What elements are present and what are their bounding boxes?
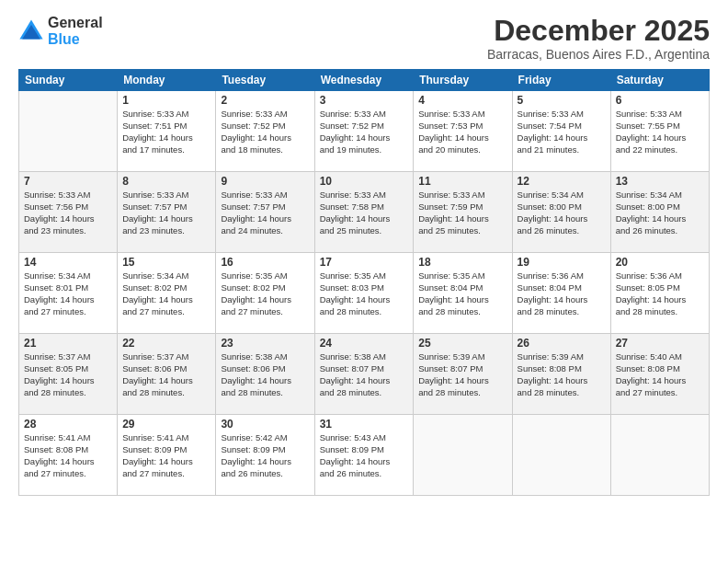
calendar-cell: 21Sunrise: 5:37 AMSunset: 8:05 PMDayligh… <box>19 334 118 415</box>
calendar-cell: 8Sunrise: 5:33 AMSunset: 7:57 PMDaylight… <box>118 172 216 253</box>
calendar-cell: 4Sunrise: 5:33 AMSunset: 7:53 PMDaylight… <box>414 91 512 172</box>
calendar-week-row: 21Sunrise: 5:37 AMSunset: 8:05 PMDayligh… <box>19 334 710 415</box>
calendar-cell <box>512 415 610 496</box>
day-info: Sunrise: 5:36 AMSunset: 8:04 PMDaylight:… <box>518 270 606 317</box>
day-number: 18 <box>418 256 506 269</box>
calendar-cell: 11Sunrise: 5:33 AMSunset: 7:59 PMDayligh… <box>414 172 512 253</box>
day-number: 17 <box>320 256 409 269</box>
day-info: Sunrise: 5:36 AMSunset: 8:05 PMDaylight:… <box>616 270 704 317</box>
header-thursday: Thursday <box>414 70 512 91</box>
day-number: 24 <box>320 337 409 350</box>
header-sunday: Sunday <box>19 70 118 91</box>
day-info: Sunrise: 5:37 AMSunset: 8:05 PMDaylight:… <box>24 351 112 398</box>
header-saturday: Saturday <box>610 70 709 91</box>
header-wednesday: Wednesday <box>314 70 414 91</box>
calendar-cell: 28Sunrise: 5:41 AMSunset: 8:08 PMDayligh… <box>19 415 118 496</box>
calendar-cell: 17Sunrise: 5:35 AMSunset: 8:03 PMDayligh… <box>314 253 414 334</box>
calendar-cell: 24Sunrise: 5:38 AMSunset: 8:07 PMDayligh… <box>314 334 414 415</box>
page-header: General Blue December 2025 Barracas, Bue… <box>18 15 710 62</box>
header-friday: Friday <box>512 70 610 91</box>
logo: General Blue <box>18 15 103 47</box>
calendar-cell: 10Sunrise: 5:33 AMSunset: 7:58 PMDayligh… <box>314 172 414 253</box>
day-number: 5 <box>518 94 606 107</box>
calendar-week-row: 28Sunrise: 5:41 AMSunset: 8:08 PMDayligh… <box>19 415 710 496</box>
calendar-cell: 29Sunrise: 5:41 AMSunset: 8:09 PMDayligh… <box>118 415 216 496</box>
day-number: 21 <box>24 337 112 350</box>
day-number: 14 <box>24 256 112 269</box>
calendar-cell <box>19 91 118 172</box>
calendar-cell: 26Sunrise: 5:39 AMSunset: 8:08 PMDayligh… <box>512 334 610 415</box>
day-number: 25 <box>418 337 506 350</box>
day-info: Sunrise: 5:40 AMSunset: 8:08 PMDaylight:… <box>616 351 704 398</box>
location: Barracas, Buenos Aires F.D., Argentina <box>487 47 710 62</box>
day-info: Sunrise: 5:34 AMSunset: 8:02 PMDaylight:… <box>122 270 210 317</box>
calendar-cell: 1Sunrise: 5:33 AMSunset: 7:51 PMDaylight… <box>118 91 216 172</box>
day-info: Sunrise: 5:35 AMSunset: 8:04 PMDaylight:… <box>418 270 506 317</box>
day-info: Sunrise: 5:33 AMSunset: 7:52 PMDaylight:… <box>320 109 409 155</box>
calendar-cell: 27Sunrise: 5:40 AMSunset: 8:08 PMDayligh… <box>610 334 709 415</box>
calendar-cell: 3Sunrise: 5:33 AMSunset: 7:52 PMDaylight… <box>314 91 414 172</box>
day-info: Sunrise: 5:33 AMSunset: 7:53 PMDaylight:… <box>418 109 506 155</box>
calendar-cell: 23Sunrise: 5:38 AMSunset: 8:06 PMDayligh… <box>216 334 314 415</box>
day-info: Sunrise: 5:35 AMSunset: 8:02 PMDaylight:… <box>221 270 309 317</box>
calendar: Sunday Monday Tuesday Wednesday Thursday… <box>18 69 710 496</box>
day-info: Sunrise: 5:33 AMSunset: 7:57 PMDaylight:… <box>221 190 309 236</box>
day-number: 20 <box>616 256 704 269</box>
day-info: Sunrise: 5:33 AMSunset: 7:57 PMDaylight:… <box>122 190 210 236</box>
day-number: 11 <box>418 175 506 188</box>
day-number: 15 <box>122 256 210 269</box>
calendar-cell: 14Sunrise: 5:34 AMSunset: 8:01 PMDayligh… <box>19 253 118 334</box>
calendar-cell: 2Sunrise: 5:33 AMSunset: 7:52 PMDaylight… <box>216 91 314 172</box>
calendar-cell: 31Sunrise: 5:43 AMSunset: 8:09 PMDayligh… <box>314 415 414 496</box>
calendar-cell: 13Sunrise: 5:34 AMSunset: 8:00 PMDayligh… <box>610 172 709 253</box>
day-number: 10 <box>320 175 409 188</box>
day-number: 1 <box>122 94 210 107</box>
calendar-cell: 16Sunrise: 5:35 AMSunset: 8:02 PMDayligh… <box>216 253 314 334</box>
day-info: Sunrise: 5:33 AMSunset: 7:52 PMDaylight:… <box>221 109 309 155</box>
day-info: Sunrise: 5:38 AMSunset: 8:06 PMDaylight:… <box>221 351 309 398</box>
day-number: 19 <box>518 256 606 269</box>
calendar-cell <box>610 415 709 496</box>
day-number: 22 <box>122 337 210 350</box>
day-number: 30 <box>221 418 309 431</box>
day-number: 12 <box>518 175 606 188</box>
header-monday: Monday <box>118 70 216 91</box>
month-year: December 2025 <box>487 15 710 47</box>
day-info: Sunrise: 5:42 AMSunset: 8:09 PMDaylight:… <box>221 432 309 479</box>
calendar-week-row: 1Sunrise: 5:33 AMSunset: 7:51 PMDaylight… <box>19 91 710 172</box>
day-info: Sunrise: 5:34 AMSunset: 8:00 PMDaylight:… <box>616 190 704 236</box>
calendar-cell: 18Sunrise: 5:35 AMSunset: 8:04 PMDayligh… <box>414 253 512 334</box>
calendar-cell: 6Sunrise: 5:33 AMSunset: 7:55 PMDaylight… <box>610 91 709 172</box>
day-info: Sunrise: 5:43 AMSunset: 8:09 PMDaylight:… <box>320 432 409 479</box>
calendar-week-row: 7Sunrise: 5:33 AMSunset: 7:56 PMDaylight… <box>19 172 710 253</box>
day-number: 23 <box>221 337 309 350</box>
day-info: Sunrise: 5:33 AMSunset: 7:59 PMDaylight:… <box>418 190 506 236</box>
calendar-cell: 22Sunrise: 5:37 AMSunset: 8:06 PMDayligh… <box>118 334 216 415</box>
calendar-cell: 19Sunrise: 5:36 AMSunset: 8:04 PMDayligh… <box>512 253 610 334</box>
day-info: Sunrise: 5:33 AMSunset: 7:56 PMDaylight:… <box>24 190 112 236</box>
day-number: 3 <box>320 94 409 107</box>
day-number: 16 <box>221 256 309 269</box>
calendar-cell: 12Sunrise: 5:34 AMSunset: 8:00 PMDayligh… <box>512 172 610 253</box>
day-info: Sunrise: 5:34 AMSunset: 8:01 PMDaylight:… <box>24 270 112 317</box>
day-number: 6 <box>616 94 704 107</box>
calendar-cell: 9Sunrise: 5:33 AMSunset: 7:57 PMDaylight… <box>216 172 314 253</box>
day-number: 4 <box>418 94 506 107</box>
calendar-cell: 20Sunrise: 5:36 AMSunset: 8:05 PMDayligh… <box>610 253 709 334</box>
day-info: Sunrise: 5:39 AMSunset: 8:08 PMDaylight:… <box>518 351 606 398</box>
calendar-cell: 15Sunrise: 5:34 AMSunset: 8:02 PMDayligh… <box>118 253 216 334</box>
logo-text: General Blue <box>48 15 103 47</box>
calendar-cell: 30Sunrise: 5:42 AMSunset: 8:09 PMDayligh… <box>216 415 314 496</box>
day-info: Sunrise: 5:33 AMSunset: 7:58 PMDaylight:… <box>320 190 409 236</box>
day-info: Sunrise: 5:33 AMSunset: 7:55 PMDaylight:… <box>616 109 704 155</box>
day-info: Sunrise: 5:39 AMSunset: 8:07 PMDaylight:… <box>418 351 506 398</box>
day-number: 29 <box>122 418 210 431</box>
calendar-cell <box>414 415 512 496</box>
calendar-cell: 7Sunrise: 5:33 AMSunset: 7:56 PMDaylight… <box>19 172 118 253</box>
day-info: Sunrise: 5:38 AMSunset: 8:07 PMDaylight:… <box>320 351 409 398</box>
logo-icon <box>18 18 44 44</box>
day-number: 31 <box>320 418 409 431</box>
title-block: December 2025 Barracas, Buenos Aires F.D… <box>487 15 710 62</box>
header-tuesday: Tuesday <box>216 70 314 91</box>
day-info: Sunrise: 5:37 AMSunset: 8:06 PMDaylight:… <box>122 351 210 398</box>
